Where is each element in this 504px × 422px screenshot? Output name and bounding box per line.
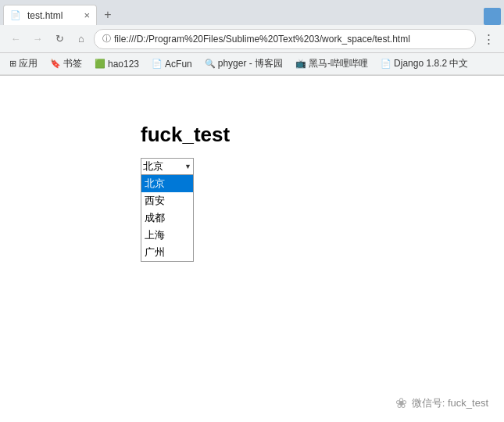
city-select-wrapper: 北京 ▼ 北京 西安 成都 上海 广州: [141, 158, 194, 175]
phyger-label: phyger - 博客园: [218, 57, 283, 70]
city-select-value: 北京: [143, 159, 184, 173]
bookmarks-bar: ⊞ 应用 🔖 书签 🟩 hao123 📄 AcFun 🔍 phyger - 博客…: [0, 53, 504, 75]
city-option-guangzhou[interactable]: 广州: [141, 244, 193, 261]
browser-chrome: 📄 test.html × + ← → ↻ ⌂ ⓘ file:///D:/Pro…: [0, 0, 504, 76]
tab-title: test.html: [27, 10, 77, 21]
acfun-label: AcFun: [165, 59, 192, 70]
bookmarks-icon: 🔖: [50, 59, 61, 69]
bilibili-label: 黑马-哔哩哔哩: [309, 57, 368, 70]
forward-button[interactable]: →: [28, 30, 47, 48]
hao123-label: hao123: [108, 59, 139, 70]
phyger-icon: 🔍: [205, 59, 216, 69]
watermark: ❀ 微信号: fuck_test: [395, 395, 488, 412]
city-option-xian[interactable]: 西安: [141, 192, 193, 209]
url-bar[interactable]: ⓘ file:///D:/Program%20Files/Sublime%20T…: [94, 29, 476, 49]
page-heading: fuck_test: [141, 123, 230, 147]
django-label: Django 1.8.2 中文: [394, 57, 468, 70]
apps-icon: ⊞: [9, 59, 16, 69]
bookmark-acfun[interactable]: 📄 AcFun: [148, 57, 195, 71]
bilibili-icon: 📺: [295, 59, 306, 69]
url-text: file:///D:/Program%20Files/Sublime%20Tex…: [114, 34, 410, 45]
watermark-text: 微信号: fuck_test: [412, 396, 488, 410]
url-info-icon: ⓘ: [102, 33, 111, 45]
hao123-icon: 🟩: [95, 59, 105, 69]
new-tab-button[interactable]: +: [97, 5, 119, 25]
city-option-shanghai[interactable]: 上海: [141, 227, 193, 244]
acfun-icon: 📄: [152, 59, 163, 69]
watermark-icon: ❀: [395, 395, 407, 412]
city-dropdown-list: 北京 西安 成都 上海 广州: [141, 175, 194, 262]
bookmark-phyger[interactable]: 🔍 phyger - 博客园: [202, 55, 286, 72]
home-button[interactable]: ⌂: [72, 30, 91, 48]
apps-label: 应用: [19, 57, 38, 70]
bookmark-bookmarks[interactable]: 🔖 书签: [47, 55, 85, 72]
city-option-chengdu[interactable]: 成都: [141, 209, 193, 227]
select-arrow-icon: ▼: [184, 163, 191, 170]
browser-menu-button[interactable]: ⋮: [479, 30, 498, 48]
city-select[interactable]: 北京 ▼: [141, 158, 194, 175]
page-content: fuck_test 北京 ▼ 北京 西安 成都 上海 广州 ❀ 微信号: fuc…: [0, 76, 504, 422]
bookmark-apps[interactable]: ⊞ 应用: [6, 55, 41, 72]
window-minimize-button[interactable]: [484, 8, 501, 25]
bookmark-django[interactable]: 📄 Django 1.8.2 中文: [377, 55, 471, 72]
tab-close-button[interactable]: ×: [84, 10, 90, 20]
back-button[interactable]: ←: [6, 30, 25, 48]
city-option-beijing[interactable]: 北京: [141, 175, 193, 192]
refresh-button[interactable]: ↻: [50, 30, 69, 48]
browser-tab[interactable]: 📄 test.html ×: [3, 5, 97, 25]
django-icon: 📄: [381, 59, 391, 69]
bookmarks-label: 书签: [63, 57, 82, 70]
tab-file-icon: 📄: [10, 10, 21, 20]
bookmark-bilibili[interactable]: 📺 黑马-哔哩哔哩: [292, 55, 371, 72]
address-bar: ← → ↻ ⌂ ⓘ file:///D:/Program%20Files/Sub…: [0, 25, 504, 53]
tab-bar: 📄 test.html × +: [0, 0, 504, 25]
bookmark-hao123[interactable]: 🟩 hao123: [91, 57, 142, 71]
